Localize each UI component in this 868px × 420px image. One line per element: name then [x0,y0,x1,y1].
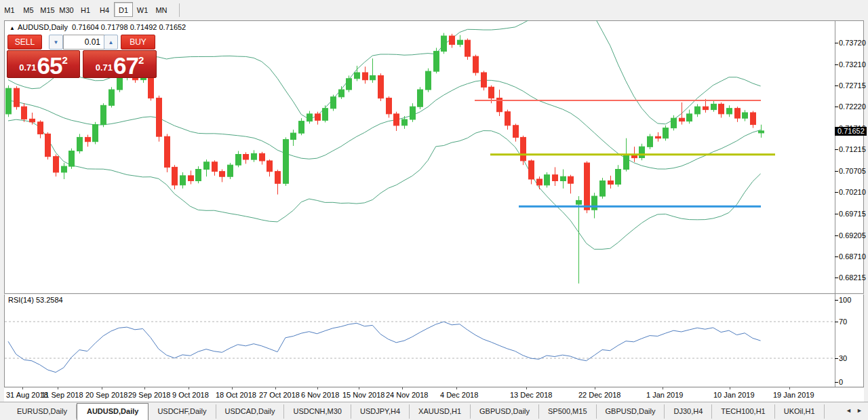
candle [299,118,304,135]
timeframe-button-h1[interactable]: H1 [76,3,95,18]
current-price-tag: 0.71652 [835,127,867,136]
candle [38,120,43,138]
price-axis-tick [835,171,838,172]
candle [450,34,455,48]
sell-button[interactable]: SELL [7,35,42,50]
date-axis-tick [102,387,102,389]
candle [505,110,511,130]
chart-tab-sp500-m15[interactable]: SP500,M15 [539,404,596,419]
candle [228,163,233,179]
candle [165,134,170,172]
candle [671,115,677,131]
candle [687,110,692,124]
candle [553,167,558,186]
chart-tab-dj30-h4[interactable]: DJ30,H4 [665,404,712,419]
chart-ohlc-values: 0.71604 0.71798 0.71492 0.71652 [72,23,186,31]
date-axis-label: 11 Sep 2018 [41,391,83,399]
date-axis-tick [595,387,595,389]
date-axis-tick [789,387,790,389]
date-axis-label: 24 Nov 2018 [386,391,428,399]
price-axis-label: 0.69205 [839,231,867,240]
chart-tab-usdchf-daily[interactable]: USDCHF,Daily [149,404,216,419]
candle [355,66,360,81]
candle [537,176,542,189]
chart-tab-tech100-h1[interactable]: TECH100,H1 [712,404,774,419]
rsi-chart-svg[interactable] [4,294,835,387]
candle [576,196,582,284]
candle [6,85,12,117]
candle [291,130,296,146]
price-axis-label: 0.73720 [839,39,867,47]
chart-tab-usdcad-daily[interactable]: USDCAD,Daily [216,404,285,419]
timeframe-button-m15[interactable]: M15 [38,3,57,18]
price-axis-label: 0.72220 [839,102,867,111]
date-axis-tick [275,387,276,389]
chart-title: ▲AUDUSD,Daily 0.71604 0.71798 0.71492 0.… [9,23,186,31]
candle [93,122,98,145]
chart-tab-gbpusd-daily[interactable]: GBPUSD,Daily [471,404,539,419]
rsi-axis-tick [835,382,838,383]
rsi-axis-tick [835,300,838,301]
chart-tab-ukoil-h1[interactable]: UKOil,H1 [775,404,825,419]
timeframe-button-w1[interactable]: W1 [133,3,152,18]
timeframe-button-mn[interactable]: MN [152,3,171,18]
candle [363,66,368,83]
chart-tab-eurusd-daily[interactable]: EURUSD,Daily [8,404,77,419]
price-axis-label: 0.73210 [839,60,867,69]
volume-decrease-button[interactable]: ▼ [49,35,63,50]
candle [711,101,717,112]
candle [157,96,162,142]
candle [260,152,265,165]
buy-price-box[interactable]: 0.71 67 2 [83,50,157,78]
timeframe-button-d1[interactable]: D1 [114,2,133,17]
timeframe-button-m5[interactable]: M5 [19,3,38,18]
date-axis-tick [663,387,663,389]
chart-tab-xauusd-h1[interactable]: XAUUSD,H1 [410,404,471,419]
candle [648,134,653,149]
chart-tab-usdcnh-m30[interactable]: USDCNH,M30 [284,404,351,419]
date-axis-label: 18 Oct 2018 [216,391,256,399]
candle [69,149,75,169]
candle [600,178,606,199]
timeframe-button-m30[interactable]: M30 [57,3,76,18]
chart-tab-bar: EURUSD,DailyAUDUSD,DailyUSDCHF,DailyUSDC… [0,402,868,420]
price-axis-tick [835,192,838,193]
pane-divider[interactable] [4,293,864,294]
date-axis-label: 22 Dec 2018 [578,391,620,399]
candle [283,137,289,186]
date-axis-label: 15 Nov 2018 [342,391,384,399]
timeframe-button-h4[interactable]: H4 [95,3,114,18]
date-axis-tick [456,387,457,389]
rsi-axis-label: 100 [839,296,867,304]
candle [339,86,344,99]
candle [719,102,724,118]
sell-price-box[interactable]: 0.71 65 2 [7,50,80,78]
date-axis-tick [317,387,318,389]
date-axis-tick [22,387,23,389]
mt4-window: M1M5M15M30H1H4D1W1MN ▲AUDUSD,Daily 0.716… [0,0,868,420]
timeframe-button-m1[interactable]: M1 [0,3,19,18]
date-axis-tick [58,387,58,389]
tab-scroll-right-icon[interactable]: ► [856,407,863,414]
candle [149,75,154,101]
sell-price-big: 65 [37,56,62,75]
chart-tab-usdjpy-h4[interactable]: USDJPY,H4 [351,404,410,419]
tab-scroll-left-icon[interactable]: ◄ [846,407,852,414]
candle [54,155,59,177]
candle [751,111,756,128]
date-axis-label: 20 Sep 2018 [85,391,127,399]
sell-price-sup: 2 [62,54,67,66]
price-axis-tick [835,149,838,150]
candle [759,125,764,138]
price-axis-tick [835,214,838,214]
chart-tab-audusd-daily[interactable]: AUDUSD,Daily [77,403,149,420]
candle [561,170,566,189]
buy-button[interactable]: BUY [121,35,155,50]
volume-input[interactable] [63,35,104,50]
price-axis-label: 0.70210 [839,188,867,196]
chart-tab-gbpusd-daily[interactable]: GBPUSD,Daily [597,404,665,419]
volume-increase-button[interactable]: ▲ [104,35,118,50]
candle [639,144,645,161]
rsi-axis-label: 30 [839,354,867,362]
candle [267,159,273,176]
